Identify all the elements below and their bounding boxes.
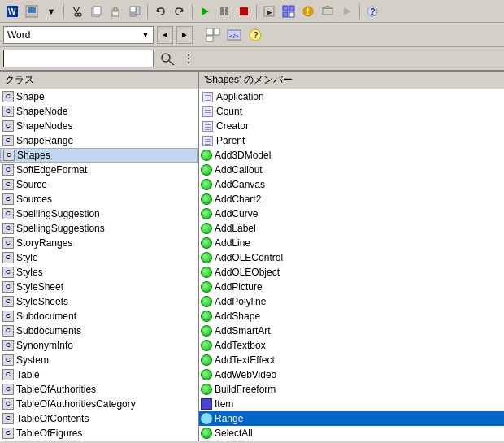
secondary-toolbar: Word ▼ ◄ ► </> ?: [0, 23, 504, 47]
method-icon: [201, 369, 212, 380]
toolbar-btn-stop[interactable]: [235, 2, 253, 20]
toolbar-btn-pause[interactable]: [215, 2, 233, 20]
member-item-addlabel[interactable]: AddLabel: [199, 221, 504, 236]
member-item-addtextbox[interactable]: AddTextbox: [199, 338, 504, 353]
dropdown-arrow-icon: ▼: [141, 30, 150, 39]
svg-rect-22: [283, 12, 288, 17]
class-icon: C: [2, 295, 15, 308]
code-view-button[interactable]: </>: [225, 26, 243, 44]
svg-rect-10: [130, 14, 136, 16]
view-object-button[interactable]: [204, 26, 222, 44]
svg-text:?: ?: [254, 31, 259, 40]
member-item-addsmartart[interactable]: AddSmartArt: [199, 324, 504, 338]
word-dropdown[interactable]: Word ▼: [3, 26, 154, 44]
list-item[interactable]: C Subdocuments: [0, 324, 198, 338]
member-item-addcallout[interactable]: AddCallout: [199, 163, 504, 177]
list-item-table[interactable]: C Table: [0, 367, 198, 382]
list-item[interactable]: C Styles: [0, 265, 198, 280]
search-input[interactable]: [3, 50, 154, 67]
toolbar-btn-run[interactable]: [196, 2, 214, 20]
member-item-creator[interactable]: Creator: [199, 119, 504, 133]
svg-text:</>: </>: [229, 33, 239, 40]
list-item[interactable]: C System: [0, 353, 198, 367]
member-item-item[interactable]: Item: [199, 397, 504, 411]
list-item[interactable]: C SoftEdgeFormat: [0, 163, 198, 177]
toolbar-btn-copy[interactable]: [87, 2, 105, 20]
member-item-addtexteffect[interactable]: AddTextEffect: [199, 353, 504, 367]
toolbar-btn-paste[interactable]: [106, 2, 124, 20]
list-item[interactable]: C StyleSheets: [0, 294, 198, 309]
member-item-selectall[interactable]: SelectAll: [199, 426, 504, 441]
member-item-addcurve[interactable]: AddCurve: [199, 206, 504, 221]
list-item[interactable]: C Shape: [0, 89, 198, 104]
list-item[interactable]: C SpellingSuggestion: [0, 206, 198, 221]
member-item-application[interactable]: Application: [199, 89, 504, 104]
toolbar-btn-disabled[interactable]: [338, 2, 356, 20]
member-item-addpicture[interactable]: AddPicture: [199, 280, 504, 294]
list-item[interactable]: C TableOfAuthorities: [0, 382, 198, 397]
toolbar-btn-view2[interactable]: [280, 2, 298, 20]
class-icon: C: [2, 427, 15, 440]
nav-prev-button[interactable]: ◄: [157, 26, 173, 44]
toolbar-btn-undo[interactable]: [151, 2, 169, 20]
member-item-add3dmodel[interactable]: Add3DModel: [199, 148, 504, 163]
list-item-source[interactable]: C Source: [0, 177, 198, 192]
member-item-addchart2[interactable]: AddChart2: [199, 192, 504, 206]
svg-text:⋮: ⋮: [184, 53, 193, 64]
right-panel: 'Shapes' のメンバー Application: [199, 72, 504, 441]
list-item[interactable]: C TableOfAuthoritiesCategory: [0, 397, 198, 411]
toolbar-btn-cut[interactable]: [67, 2, 85, 20]
question-button[interactable]: ?: [246, 26, 264, 44]
member-item-addline[interactable]: AddLine: [199, 236, 504, 250]
main-content: クラス C Shape C ShapeNode C ShapeNodes C S…: [0, 72, 504, 441]
search-button[interactable]: [157, 50, 178, 67]
list-item[interactable]: C StyleSheet: [0, 280, 198, 294]
list-item[interactable]: C Subdocument: [0, 309, 198, 324]
class-list[interactable]: C Shape C ShapeNode C ShapeNodes C Shape…: [0, 89, 198, 441]
list-item-shapes[interactable]: C Shapes: [0, 148, 198, 163]
toolbar-btn-compile[interactable]: ▶: [260, 2, 278, 20]
class-icon: C: [2, 222, 15, 235]
class-icon: C: [2, 310, 15, 323]
list-item[interactable]: C Tables: [0, 441, 198, 441]
list-item[interactable]: C Style: [0, 250, 198, 265]
class-icon: C: [2, 105, 15, 118]
list-item[interactable]: C TableOfFigures: [0, 426, 198, 441]
toolbar-btn-find[interactable]: [126, 2, 144, 20]
member-item-addoleobject[interactable]: AddOLEObject: [199, 265, 504, 280]
member-item-buildfreeform[interactable]: BuildFreeform: [199, 382, 504, 397]
list-item[interactable]: C SpellingSuggestions: [0, 221, 198, 236]
toolbar-btn-save-combo[interactable]: [23, 2, 41, 20]
method-icon: [201, 428, 212, 439]
member-item-count[interactable]: Count: [199, 104, 504, 119]
expand-button[interactable]: ⋮: [181, 50, 199, 67]
svg-marker-14: [202, 7, 209, 15]
member-item-addshape[interactable]: AddShape: [199, 309, 504, 324]
toolbar-btn-extra1[interactable]: [319, 2, 337, 20]
list-item[interactable]: C ShapeNode: [0, 104, 198, 119]
member-item-addpolyline[interactable]: AddPolyline: [199, 294, 504, 309]
member-item-range[interactable]: Range: [199, 411, 504, 426]
toolbar-btn-dropdown-arrow[interactable]: ▼: [42, 2, 60, 20]
toolbar-btn-debug[interactable]: !: [299, 2, 317, 20]
list-item[interactable]: C ShapeNodes: [0, 119, 198, 133]
item-icon: [201, 398, 212, 410]
method-icon: [201, 252, 212, 263]
member-item-addolecontrol[interactable]: AddOLEControl: [199, 250, 504, 265]
toolbar-btn-redo[interactable]: [171, 2, 189, 20]
method-icon: [201, 150, 212, 161]
list-item[interactable]: C TableOfContents: [0, 411, 198, 426]
nav-next-button[interactable]: ►: [176, 26, 193, 44]
member-item-parent[interactable]: Parent: [199, 133, 504, 148]
list-item-sources[interactable]: C Sources: [0, 192, 198, 206]
member-item-addwebvideo[interactable]: AddWebVideo: [199, 367, 504, 382]
toolbar-btn-1[interactable]: W: [3, 2, 21, 20]
list-item[interactable]: C StoryRanges: [0, 236, 198, 250]
member-item-addcanvas[interactable]: AddCanvas: [199, 177, 504, 192]
method-icon: [201, 179, 212, 190]
list-item[interactable]: C SynonymInfo: [0, 338, 198, 353]
toolbar-btn-help[interactable]: ?: [363, 2, 381, 20]
member-list[interactable]: Application Count: [199, 89, 504, 441]
left-panel: クラス C Shape C ShapeNode C ShapeNodes C S…: [0, 72, 199, 441]
list-item[interactable]: C ShapeRange: [0, 133, 198, 148]
